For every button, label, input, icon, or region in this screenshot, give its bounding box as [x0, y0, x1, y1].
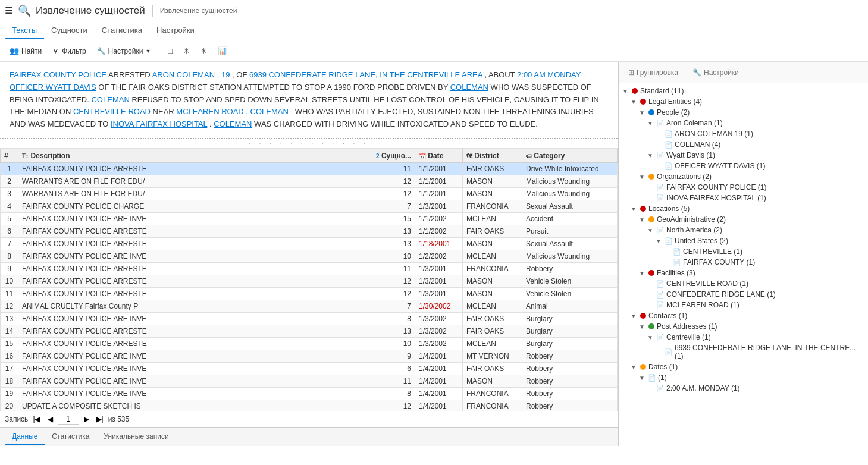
link-fairfax-county-police[interactable]: FAIRFAX COUNTY POLICE — [10, 70, 106, 79]
table-row[interactable]: 3 WARRANTS ARE ON FILE FOR EDU/ 12 1/1/2… — [1, 187, 618, 200]
settings-button[interactable]: 🔧 Настройки ▼ — [92, 45, 156, 58]
tree-row[interactable]: 📄 ARON COLEMAN 19 (1) — [621, 128, 866, 139]
table-row[interactable]: 16 FAIRFAX COUNTY POLICE ARE INVE 9 1/4/… — [1, 350, 618, 362]
tree-row[interactable]: ▼ Contacts (1) — [621, 310, 866, 321]
table-row[interactable]: 5 FAIRFAX COUNTY POLICE ARE INVE 15 1/1/… — [1, 212, 618, 225]
tree-toggle[interactable]: ▼ — [629, 313, 638, 319]
th-district[interactable]: 🗺 District — [463, 149, 522, 162]
tree-toggle[interactable]: ▼ — [629, 99, 638, 105]
tab-texts[interactable]: Тексты — [5, 22, 44, 39]
tree-row[interactable]: 📄 MCLEAREN ROAD (1) — [621, 300, 866, 310]
link-coleman3[interactable]: COLEMAN — [250, 107, 289, 116]
table-row[interactable]: 1 FAIRFAX COUNTY POLICE ARRESTE 11 1/1/2… — [1, 162, 618, 175]
tab-entities[interactable]: Сущности — [44, 22, 95, 39]
link-aron-coleman[interactable]: ARON COLEMAN — [152, 70, 215, 79]
hamburger-icon[interactable]: ☰ — [5, 5, 13, 16]
first-page-button[interactable]: |◀ — [30, 414, 42, 425]
th-date[interactable]: 📅 Date — [415, 149, 463, 162]
link-19[interactable]: 19 — [221, 70, 230, 79]
table-row[interactable]: 20 UPDATE A COMPOSITE SKETCH IS 12 1/4/2… — [1, 400, 618, 411]
tree-root-row[interactable]: ▼ Standard (11) — [621, 86, 866, 96]
right-settings-button[interactable]: 🔧 Настройки — [688, 66, 744, 79]
table-row[interactable]: 9 FAIRFAX COUNTY POLICE ARRESTE 11 1/3/2… — [1, 262, 618, 275]
tree-toggle[interactable]: ▼ — [638, 323, 646, 330]
find-button[interactable]: 👥 Найти — [5, 44, 46, 58]
th-category[interactable]: 🏷 Category — [522, 149, 618, 162]
tree-row[interactable]: 📄 6939 CONFEDERATE RIDGE LANE, IN THE CE… — [621, 343, 866, 362]
table-row[interactable]: 12 ANIMAL CRUELTY Fairfax County P 7 1/3… — [1, 300, 618, 312]
table-row[interactable]: 10 FAIRFAX COUNTY POLICE ARRESTE 12 1/3/… — [1, 275, 618, 287]
filter-button[interactable]: ⛛ Фильтр — [48, 45, 90, 58]
next-page-button[interactable]: ▶ — [82, 414, 92, 425]
link-coleman1[interactable]: COLEMAN — [450, 83, 488, 92]
tree-row[interactable]: ▼ Facilities (3) — [621, 268, 866, 278]
link-coleman2[interactable]: COLEMAN — [91, 95, 129, 104]
tree-row[interactable]: 📄 2:00 A.M. MONDAY (1) — [621, 383, 866, 394]
link-time[interactable]: 2:00 AM MONDAY — [517, 70, 581, 79]
link-mclearen[interactable]: MCLEAREN ROAD — [176, 107, 243, 116]
tree-row[interactable]: 📄 CONFEDERATE RIDGE LANE (1) — [621, 289, 866, 300]
grouping-button[interactable]: ⊞ Группировка — [623, 66, 683, 79]
table-row[interactable]: 4 FAIRFAX COUNTY POLICE CHARGE 7 1/3/200… — [1, 200, 618, 212]
tree-toggle[interactable]: ▼ — [654, 238, 663, 244]
tree-row[interactable]: ▼ 📄 United States (2) — [621, 235, 866, 246]
tree-toggle[interactable]: ▼ — [646, 227, 654, 234]
th-num[interactable]: # — [1, 149, 18, 162]
page-input[interactable] — [58, 414, 79, 425]
tree-row[interactable]: ▼ 📄 Centreville (1) — [621, 332, 866, 343]
tree-row[interactable]: ▼ Locations (5) — [621, 203, 866, 214]
tree-toggle[interactable]: ▼ — [638, 375, 646, 381]
table-row[interactable]: 2 WARRANTS ARE ON FILE FOR EDU/ 12 1/1/2… — [1, 175, 618, 187]
tree-toggle[interactable]: ▼ — [638, 109, 646, 116]
tree-row[interactable]: ▼ 📄 Aron Coleman (1) — [621, 118, 866, 128]
link-address[interactable]: 6939 CONFEDERATE RIDGE LANE, IN THE CENT… — [249, 70, 482, 79]
table-row[interactable]: 17 FAIRFAX COUNTY POLICE ARE INVE 6 1/4/… — [1, 362, 618, 375]
tree-row[interactable]: ▼ Organizations (2) — [621, 171, 866, 182]
tree-toggle[interactable]: ▼ — [638, 174, 646, 180]
table-row[interactable]: 11 FAIRFAX COUNTY POLICE ARRESTE 12 1/3/… — [1, 287, 618, 300]
bottom-tab-unique[interactable]: Уникальные записи — [96, 429, 176, 445]
tree-root-toggle[interactable]: ▼ — [621, 88, 629, 95]
tree-toggle[interactable]: ▼ — [646, 120, 654, 127]
table-row[interactable]: 15 FAIRFAX COUNTY POLICE ARRESTE 10 1/3/… — [1, 337, 618, 350]
tree-toggle[interactable]: ▼ — [646, 152, 654, 159]
tree-row[interactable]: ▼ 📄 Wyatt Davis (1) — [621, 150, 866, 161]
data-table-container[interactable]: # T↕ Description 2 Сущно... 📅 Date 🗺 Dis… — [0, 149, 618, 411]
table-row[interactable]: 8 FAIRFAX COUNTY POLICE ARE INVE 10 1/2/… — [1, 250, 618, 262]
square-icon-btn[interactable]: □ — [163, 44, 177, 58]
tree-row[interactable]: ▼ 📄 North America (2) — [621, 225, 866, 235]
tree-row[interactable]: ▼ Dates (1) — [621, 362, 866, 372]
prev-page-button[interactable]: ◀ — [45, 414, 55, 425]
bottom-tab-data[interactable]: Данные — [5, 429, 45, 445]
table-row[interactable]: 14 FAIRFAX COUNTY POLICE ARRESTE 13 1/3/… — [1, 325, 618, 337]
tree-row[interactable]: 📄 FAIRFAX COUNTY POLICE (1) — [621, 182, 866, 193]
link-officer[interactable]: OFFICER WYATT DAVIS — [10, 83, 96, 92]
table-row[interactable]: 19 FAIRFAX COUNTY POLICE ARE INVE 8 1/4/… — [1, 387, 618, 400]
table-row[interactable]: 7 FAIRFAX COUNTY POLICE ARRESTE 13 1/18/… — [1, 237, 618, 250]
tree-row[interactable]: 📄 CENTREVILLE ROAD (1) — [621, 278, 866, 289]
asterisk2-icon-btn[interactable]: ✳ — [196, 44, 212, 58]
tree-row[interactable]: ▼ People (2) — [621, 107, 866, 118]
bottom-tab-stats[interactable]: Статистика — [45, 429, 96, 445]
tree-row[interactable]: ▼ Post Addresses (1) — [621, 321, 866, 332]
tab-settings[interactable]: Настройки — [149, 22, 202, 39]
tree-row[interactable]: ▼ 📄 (1) — [621, 372, 866, 383]
table-row[interactable]: 6 FAIRFAX COUNTY POLICE ARRESTE 13 1/1/2… — [1, 225, 618, 237]
table-row[interactable]: 13 FAIRFAX COUNTY POLICE ARE INVE 8 1/3/… — [1, 312, 618, 325]
link-inova[interactable]: INOVA FAIRFAX HOSPITAL — [111, 120, 207, 128]
star-icon-btn[interactable]: ✳ — [178, 44, 195, 58]
tree-container[interactable]: ▼ Standard (11) ▼ Legal Entities (4) ▼ P… — [619, 83, 868, 446]
last-page-button[interactable]: ▶| — [94, 414, 106, 425]
link-coleman4[interactable]: COLEMAN — [214, 120, 252, 128]
tree-row[interactable]: ▼ GeoAdministrative (2) — [621, 214, 866, 225]
tree-row[interactable]: 📄 FAIRFAX COUNTY (1) — [621, 257, 866, 268]
tree-row[interactable]: 📄 INOVA FAIRFAX HOSPITAL (1) — [621, 193, 866, 203]
tree-toggle[interactable]: ▼ — [646, 334, 654, 341]
link-centreville-road[interactable]: CENTREVILLE ROAD — [73, 107, 151, 116]
th-desc[interactable]: T↕ Description — [18, 149, 372, 162]
chart-icon-btn[interactable]: 📊 — [213, 44, 232, 58]
tree-toggle[interactable]: ▼ — [638, 216, 646, 223]
table-row[interactable]: 18 FAIRFAX COUNTY POLICE ARE INVE 11 1/4… — [1, 375, 618, 387]
th-count[interactable]: 2 Сущно... — [372, 149, 415, 162]
tree-toggle[interactable]: ▼ — [629, 206, 638, 212]
